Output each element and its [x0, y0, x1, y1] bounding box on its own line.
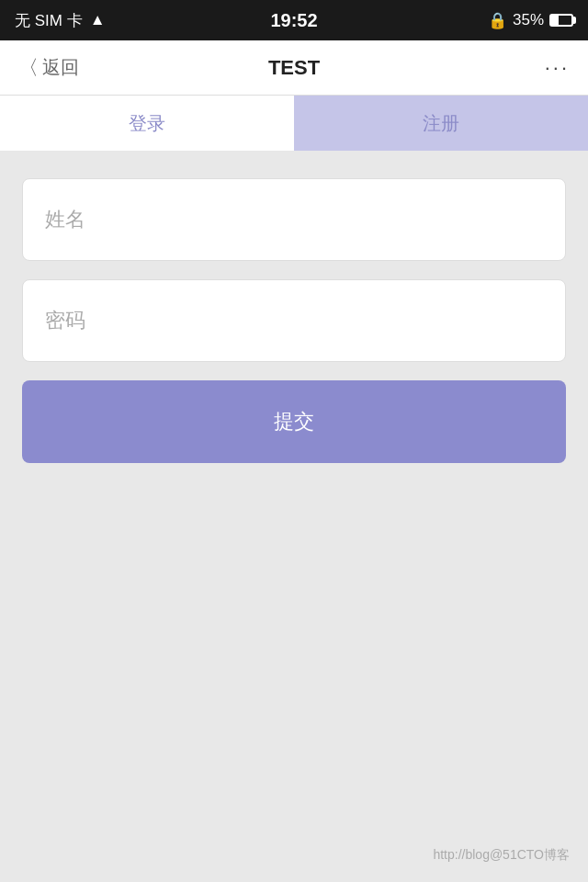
wifi-icon: ▲: [90, 11, 106, 29]
back-label: 返回: [42, 55, 79, 80]
status-bar: 无 SIM 卡 ▲ 19:52 🔒 35%: [0, 0, 588, 40]
tab-register[interactable]: 注册: [294, 96, 588, 151]
submit-label: 提交: [274, 408, 314, 435]
back-arrow-icon: 〈: [18, 54, 39, 82]
battery-percent: 35%: [513, 11, 544, 29]
main-content: 提交: [0, 151, 588, 491]
back-button[interactable]: 〈 返回: [18, 54, 79, 82]
tab-bar: 登录 注册: [0, 96, 588, 151]
nav-bar: 〈 返回 TEST ···: [0, 40, 588, 96]
status-right: 🔒 35%: [488, 11, 573, 30]
submit-button[interactable]: 提交: [22, 380, 566, 463]
tab-register-label: 注册: [423, 111, 459, 136]
status-time: 19:52: [270, 10, 317, 31]
tab-login-label: 登录: [129, 111, 165, 136]
carrier-text: 无 SIM 卡: [15, 10, 83, 31]
tab-login[interactable]: 登录: [0, 96, 294, 151]
password-input[interactable]: [22, 279, 566, 362]
watermark: http://blog@51CTO博客: [433, 847, 570, 864]
status-left: 无 SIM 卡 ▲: [15, 10, 106, 31]
battery-icon: [549, 14, 573, 27]
name-input[interactable]: [22, 178, 566, 261]
lock-icon: 🔒: [488, 11, 507, 30]
more-button[interactable]: ···: [545, 56, 570, 80]
page-title: TEST: [268, 56, 320, 80]
